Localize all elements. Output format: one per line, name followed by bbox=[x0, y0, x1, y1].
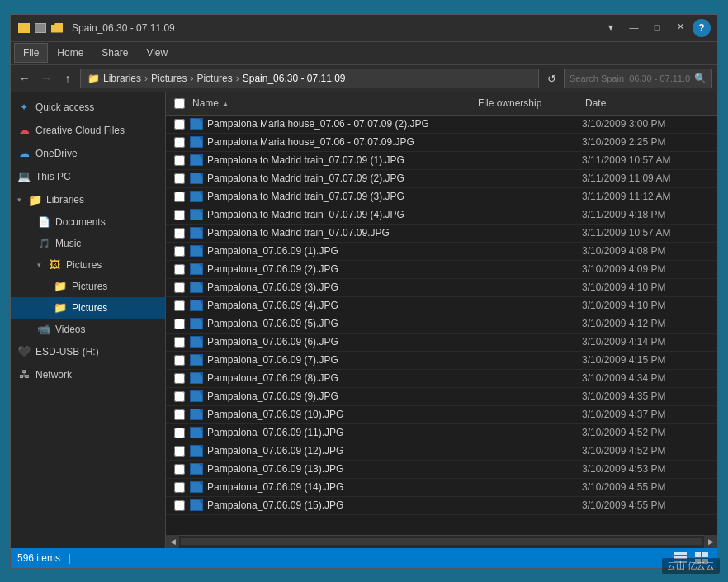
table-row[interactable]: Pampalona_07.06.09 (10).JPG 3/10/2009 4:… bbox=[166, 406, 717, 424]
select-all-input[interactable] bbox=[174, 98, 185, 109]
sidebar-item-documents[interactable]: 📄 Documents bbox=[11, 211, 165, 233]
row-checkbox-input[interactable] bbox=[174, 228, 185, 239]
row-checkbox[interactable] bbox=[169, 446, 189, 457]
back-button[interactable]: ← bbox=[16, 69, 34, 88]
row-checkbox-input[interactable] bbox=[174, 428, 185, 438]
table-row[interactable]: Pampalona_07.06.09 (13).JPG 3/10/2009 4:… bbox=[166, 461, 717, 479]
row-checkbox[interactable] bbox=[169, 482, 189, 493]
table-row[interactable]: Pampalona_07.06.09 (5).JPG 3/10/2009 4:1… bbox=[166, 315, 717, 334]
table-row[interactable]: Pampalona Maria house_07.06 - 07.07.09 (… bbox=[166, 116, 717, 134]
row-checkbox[interactable] bbox=[169, 409, 189, 420]
row-checkbox[interactable] bbox=[169, 500, 189, 511]
row-checkbox-input[interactable] bbox=[174, 391, 185, 402]
col-header-name[interactable]: Name ▲ bbox=[189, 92, 475, 115]
sidebar-item-pictures-group[interactable]: ▾ 🖼 Pictures bbox=[11, 254, 165, 276]
help-button[interactable]: ? bbox=[693, 19, 711, 37]
minimize-button[interactable]: — bbox=[623, 19, 645, 35]
sidebar-item-quick-access[interactable]: Quick access bbox=[11, 96, 165, 119]
row-checkbox[interactable] bbox=[169, 192, 189, 202]
sidebar-item-onedrive[interactable]: ☁ OneDrive bbox=[11, 142, 165, 165]
sidebar-item-pictures-active[interactable]: 📁 Pictures bbox=[11, 297, 165, 319]
sidebar-item-network[interactable]: 🖧 Network bbox=[11, 363, 165, 386]
menu-view[interactable]: View bbox=[137, 43, 177, 63]
menu-share[interactable]: Share bbox=[92, 43, 137, 63]
row-checkbox-input[interactable] bbox=[174, 173, 185, 184]
table-row[interactable]: Pampalona_07.06.09 (14).JPG 3/10/2009 4:… bbox=[166, 479, 717, 497]
row-checkbox[interactable] bbox=[169, 137, 189, 148]
row-checkbox-input[interactable] bbox=[174, 192, 185, 202]
table-row[interactable]: Pampalona_07.06.09 (2).JPG 3/10/2009 4:0… bbox=[166, 261, 717, 279]
table-row[interactable]: Pampalona_07.06.09 (12).JPG 3/10/2009 4:… bbox=[166, 442, 717, 461]
col-header-ownership[interactable]: File ownership bbox=[475, 92, 582, 115]
row-checkbox-input[interactable] bbox=[174, 300, 185, 311]
row-checkbox[interactable] bbox=[169, 319, 189, 329]
scroll-track[interactable] bbox=[181, 538, 702, 545]
sidebar-item-esd-usb[interactable]: 🖤 ESD-USB (H:) bbox=[11, 340, 165, 363]
row-checkbox-input[interactable] bbox=[174, 482, 185, 493]
table-row[interactable]: Pampalona Maria house_07.06 - 07.07.09.J… bbox=[166, 134, 717, 152]
table-row[interactable]: Pampalona to Madrid train_07.07.09 (2).J… bbox=[166, 170, 717, 188]
table-row[interactable]: Pampalona_07.06.09 (4).JPG 3/10/2009 4:1… bbox=[166, 297, 717, 315]
row-checkbox[interactable] bbox=[169, 282, 189, 293]
row-checkbox[interactable] bbox=[169, 173, 189, 184]
table-row[interactable]: Pampalona_07.06.09 (15).JPG 3/10/2009 4:… bbox=[166, 497, 717, 515]
row-checkbox[interactable] bbox=[169, 228, 189, 239]
row-checkbox[interactable] bbox=[169, 210, 189, 220]
select-all-checkbox[interactable] bbox=[169, 92, 189, 115]
row-checkbox-input[interactable] bbox=[174, 500, 185, 511]
search-input[interactable] bbox=[570, 73, 691, 83]
maximize-button[interactable]: □ bbox=[646, 19, 668, 35]
row-checkbox[interactable] bbox=[169, 428, 189, 438]
table-row[interactable]: Pampalona_07.06.09 (7).JPG 3/10/2009 4:1… bbox=[166, 352, 717, 370]
row-checkbox-input[interactable] bbox=[174, 137, 185, 148]
row-checkbox[interactable] bbox=[169, 355, 189, 366]
row-checkbox[interactable] bbox=[169, 246, 189, 257]
table-row[interactable]: Pampalona_07.06.09 (6).JPG 3/10/2009 4:1… bbox=[166, 334, 717, 352]
table-row[interactable]: Pampalona to Madrid train_07.07.09 (1).J… bbox=[166, 152, 717, 170]
row-checkbox[interactable] bbox=[169, 119, 189, 130]
table-row[interactable]: Pampalona to Madrid train_07.07.09.JPG 3… bbox=[166, 225, 717, 243]
table-row[interactable]: Pampalona_07.06.09 (9).JPG 3/10/2009 4:3… bbox=[166, 388, 717, 406]
row-checkbox-input[interactable] bbox=[174, 282, 185, 293]
row-checkbox-input[interactable] bbox=[174, 210, 185, 220]
search-box[interactable]: 🔍 bbox=[564, 69, 712, 88]
row-checkbox-input[interactable] bbox=[174, 446, 185, 457]
row-checkbox-input[interactable] bbox=[174, 264, 185, 275]
horizontal-scrollbar[interactable]: ◀ ▶ bbox=[166, 535, 717, 548]
row-checkbox-input[interactable] bbox=[174, 155, 185, 166]
up-button[interactable]: ↑ bbox=[59, 69, 77, 88]
row-checkbox-input[interactable] bbox=[174, 119, 185, 130]
expand-btn[interactable]: ▾ bbox=[600, 19, 622, 35]
menu-home[interactable]: Home bbox=[48, 43, 92, 63]
row-checkbox[interactable] bbox=[169, 373, 189, 384]
row-checkbox[interactable] bbox=[169, 391, 189, 402]
forward-button[interactable]: → bbox=[37, 69, 55, 88]
row-checkbox-input[interactable] bbox=[174, 355, 185, 366]
scroll-right-button[interactable]: ▶ bbox=[704, 535, 717, 548]
table-row[interactable]: Pampalona_07.06.09 (3).JPG 3/10/2009 4:1… bbox=[166, 279, 717, 297]
sidebar-item-videos[interactable]: 📹 Videos bbox=[11, 319, 165, 340]
scroll-left-button[interactable]: ◀ bbox=[166, 535, 179, 548]
table-row[interactable]: Pampalona to Madrid train_07.07.09 (3).J… bbox=[166, 188, 717, 206]
row-checkbox-input[interactable] bbox=[174, 409, 185, 420]
table-row[interactable]: Pampalona to Madrid train_07.07.09 (4).J… bbox=[166, 206, 717, 225]
sidebar-item-music[interactable]: 🎵 Music bbox=[11, 233, 165, 254]
row-checkbox[interactable] bbox=[169, 300, 189, 311]
refresh-button[interactable]: ↺ bbox=[542, 69, 560, 88]
sidebar-item-libraries[interactable]: ▾ 📁 Libraries bbox=[11, 188, 165, 211]
table-row[interactable]: Pampalona_07.06.09 (8).JPG 3/10/2009 4:3… bbox=[166, 370, 717, 388]
table-row[interactable]: Pampalona_07.06.09 (11).JPG 3/10/2009 4:… bbox=[166, 424, 717, 442]
sidebar-item-pictures-sub1[interactable]: 📁 Pictures bbox=[11, 276, 165, 297]
row-checkbox[interactable] bbox=[169, 264, 189, 275]
row-checkbox[interactable] bbox=[169, 464, 189, 475]
row-checkbox[interactable] bbox=[169, 155, 189, 166]
row-checkbox-input[interactable] bbox=[174, 337, 185, 348]
row-checkbox[interactable] bbox=[169, 337, 189, 348]
col-header-date[interactable]: Date bbox=[582, 92, 714, 115]
row-checkbox-input[interactable] bbox=[174, 246, 185, 257]
row-checkbox-input[interactable] bbox=[174, 373, 185, 384]
sidebar-item-this-pc[interactable]: 💻 This PC bbox=[11, 165, 165, 188]
row-checkbox-input[interactable] bbox=[174, 464, 185, 475]
table-row[interactable]: Pampalona_07.06.09 (1).JPG 3/10/2009 4:0… bbox=[166, 243, 717, 261]
close-button[interactable]: ✕ bbox=[669, 19, 691, 35]
